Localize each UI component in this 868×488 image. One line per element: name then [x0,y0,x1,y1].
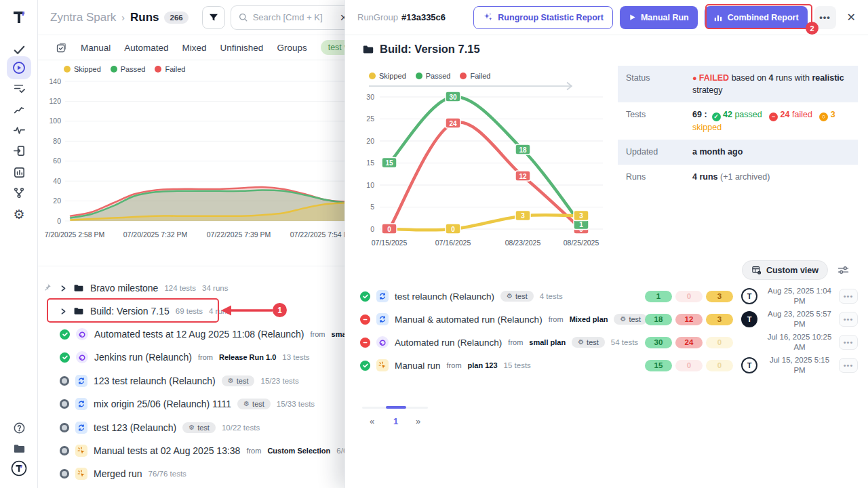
pagination-next[interactable]: » [416,416,420,426]
from-label: from [549,315,564,323]
run-title[interactable]: Manual & automated run (Relaunch) [395,314,542,325]
sidebar-item-runs[interactable] [7,56,31,79]
breadcrumb-project[interactable]: Zyntra Spark [50,11,116,24]
passed-dot-icon [111,66,117,73]
gear-icon: ⚙ [13,208,24,221]
manual-run-icon [75,445,87,457]
page-title: Runs [130,11,159,24]
tests-count: 13 tests [282,353,309,361]
passed-check-icon: ✓ [712,113,721,121]
result-pills: 30 24 0 [645,337,733,348]
row-more-button[interactable]: ••• [839,289,858,304]
row-more-button[interactable]: ••• [839,335,858,350]
search-input[interactable] [253,12,331,22]
sidebar-item-milestones[interactable] [7,98,31,119]
run-title[interactable]: 123 test relaunch (Relaunch) [94,375,216,386]
tests-count: 4 tests [540,292,563,300]
annotation-badge-step1: 1 [273,303,287,317]
sidebar-item-branches[interactable] [7,182,31,203]
tab-groups[interactable]: Groups [277,43,307,53]
drawer-run-row[interactable]: test relaunch (Relaunch) ⚙test 4 tests 1… [345,286,868,306]
sidebar-item-plans[interactable] [7,78,31,98]
manual-run-icon [376,359,389,371]
run-title[interactable]: mix origin 25/06 (Relaunch) 1111 [94,399,231,409]
rungroup-id: #13a335c6 [401,12,446,22]
svg-text:15: 15 [385,159,393,167]
pagination-scrollbar[interactable] [362,407,428,409]
pagination-page-1[interactable]: 1 [393,416,398,426]
run-group-title[interactable]: Bravo milestone [90,283,158,293]
folder-icon [73,283,84,293]
run-date: Aug 25, 2025 1:04 PM [764,286,835,306]
run-title[interactable]: Manual tests at 02 Aug 2025 13:38 [94,445,240,456]
filter-button[interactable] [202,6,225,29]
status-failed-icon [360,314,370,325]
sidebar-item-help[interactable] [7,418,31,438]
manual-run-button[interactable]: Manual Run [620,6,698,29]
tag-test[interactable]: ⚙test [237,399,271,409]
status-passed-icon [60,352,70,363]
funnel-icon [208,12,219,23]
drawer-run-row[interactable]: Automated run (Relaunch) from small plan… [345,332,868,352]
annotation-box-step2 [705,4,812,29]
pagination-prev[interactable]: « [370,416,374,426]
rungroup-statistic-report-button[interactable]: Rungroup Statistic Report [473,6,613,29]
profile-avatar[interactable] [7,458,31,479]
close-drawer-button[interactable]: ✕ [847,11,856,24]
status-finished-icon [60,423,69,432]
failed-pill: 0 [675,360,703,371]
run-title[interactable]: Automated run (Relaunch) [395,338,502,348]
tab-unfinished[interactable]: Unfinished [220,43,264,53]
run-title[interactable]: test 123 (Relaunch) [94,422,176,433]
legend-passed: Passed [111,65,146,73]
failed-dot-icon [460,73,467,79]
tab-manual[interactable]: Manual [81,43,111,53]
failed-dot-icon [155,66,161,73]
result-pills: 18 12 3 [645,314,733,325]
row-more-button[interactable]: ••• [839,358,858,373]
sliders-icon[interactable] [837,265,849,275]
status-passed-icon [360,291,370,302]
sidebar-item-settings[interactable]: ⚙ [7,204,31,224]
skipped-pill: 0 [706,360,733,371]
run-title[interactable]: Automated tests at 12 Aug 2025 11:08 (Re… [94,329,304,340]
tag-test[interactable]: ⚙test [614,314,647,325]
sidebar-item-projects[interactable] [7,438,31,458]
tests-count: 124 tests [164,284,196,292]
svg-text:30: 30 [449,94,457,101]
sidebar-item-pull-requests[interactable] [7,140,31,161]
tab-automated[interactable]: Automated [124,43,168,53]
run-title[interactable]: Manual run [395,361,441,371]
sidebar-item-analytics-pulse[interactable] [7,120,31,140]
tag-gear-icon: ⚙ [243,401,250,407]
run-date: Jul 16, 2025 10:25 AM [764,332,835,352]
search-field[interactable]: ✕ [231,5,358,30]
drawer-run-row[interactable]: Manual & automated run (Relaunch) from M… [345,309,868,329]
tag-test[interactable]: ⚙test [182,422,216,433]
legend-failed: Failed [460,72,490,80]
run-title[interactable]: Merged run [94,468,142,479]
bulk-select-icon[interactable] [56,42,67,54]
run-title[interactable]: Jenkins run (Relaunch) [94,352,192,363]
svg-text:30: 30 [366,93,374,101]
svg-text:1: 1 [579,221,583,228]
tab-mixed[interactable]: Mixed [182,43,207,53]
status-finished-icon [60,446,69,455]
chevron-right-icon[interactable] [60,285,67,292]
svg-text:100: 100 [49,117,61,125]
from-label: from [198,353,213,361]
run-title[interactable]: test relaunch (Relaunch) [395,291,494,302]
tag-test[interactable]: ⚙test [572,337,605,348]
row-more-button[interactable]: ••• [839,312,858,327]
skipped-dot-icon [369,73,376,79]
sidebar-item-reports[interactable] [7,162,31,182]
scrollbar-thumb[interactable] [386,406,406,409]
tag-test[interactable]: ⚙test [500,291,534,302]
mixed-run-icon [376,290,389,302]
custom-view-button[interactable]: Custom view [742,260,828,280]
svg-text:18: 18 [519,146,527,154]
tag-test[interactable]: ⚙test [222,375,255,386]
drawer-run-row[interactable]: Manual run from plan 123 15 tests 15 0 0… [345,355,868,375]
manual-run-icon [75,468,87,480]
area-chart-legend: Skipped Passed Failed [64,65,185,73]
